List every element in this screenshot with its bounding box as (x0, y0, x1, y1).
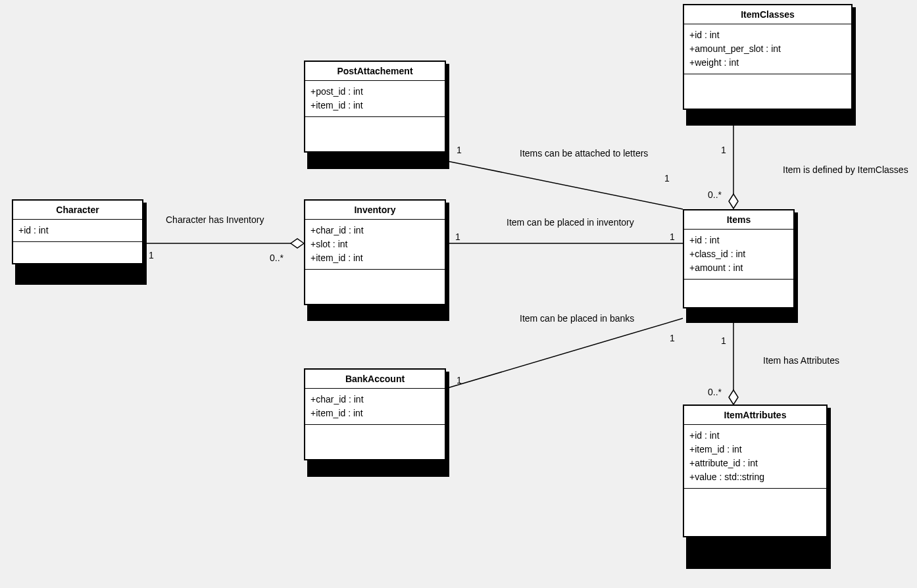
class-title: Items (684, 210, 793, 230)
class-title: Inventory (305, 201, 445, 220)
attr: +id : int (689, 233, 788, 247)
multiplicity: 1 (457, 375, 462, 385)
attr: +item_id : int (310, 99, 439, 112)
class-ops (684, 280, 793, 307)
relation-label: Item has Attributes (763, 355, 839, 366)
class-title: ItemAttributes (684, 406, 826, 425)
multiplicity: 1 (457, 145, 462, 155)
class-attrs: +char_id : int +slot : int +item_id : in… (305, 220, 445, 270)
attr: +slot : int (310, 237, 439, 251)
class-attrs: +id : int +amount_per_slot : int +weight… (684, 24, 851, 74)
class-title: PostAttachement (305, 62, 445, 81)
relation-label: Item can be placed in inventory (507, 217, 634, 228)
attr: +amount : int (689, 261, 788, 275)
attr: +post_id : int (310, 85, 439, 99)
multiplicity: 1 (721, 335, 726, 346)
attr: +char_id : int (310, 393, 439, 406)
attr: +item_id : int (310, 406, 439, 420)
svg-marker-6 (729, 194, 738, 208)
attr: +id : int (18, 224, 137, 237)
svg-line-3 (447, 161, 683, 209)
class-ops (13, 242, 142, 263)
multiplicity: 1 (149, 250, 154, 260)
class-attrs: +post_id : int +item_id : int (305, 81, 445, 117)
class-attrs: +id : int (13, 220, 142, 242)
class-title: BankAccount (305, 370, 445, 389)
class-ops (684, 74, 851, 109)
class-title: ItemClasses (684, 5, 851, 24)
class-title: Character (13, 201, 142, 220)
attr: +value : std::string (689, 470, 821, 484)
class-ops (305, 425, 445, 459)
multiplicity: 1 (670, 232, 675, 242)
multiplicity: 1 (721, 145, 726, 155)
attr: +char_id : int (310, 224, 439, 237)
class-attrs: +id : int +class_id : int +amount : int (684, 230, 793, 280)
svg-line-4 (447, 318, 683, 388)
class-ops (684, 489, 826, 536)
class-ops (305, 117, 445, 151)
relation-label: Item can be placed in banks (520, 313, 634, 324)
multiplicity: 1 (455, 232, 460, 242)
attr: +item_id : int (689, 443, 821, 456)
multiplicity: 0..* (708, 189, 722, 200)
attr: +amount_per_slot : int (689, 42, 846, 56)
svg-marker-8 (729, 390, 738, 404)
attr: +id : int (689, 429, 821, 443)
relation-label: Character has Inventory (166, 214, 264, 225)
relation-label: Items can be attached to letters (520, 148, 648, 159)
svg-marker-1 (291, 239, 304, 248)
multiplicity: 0..* (708, 387, 722, 397)
class-ops (305, 270, 445, 304)
multiplicity: 0..* (270, 253, 284, 263)
attr: +class_id : int (689, 247, 788, 261)
attr: +id : int (689, 28, 846, 42)
multiplicity: 1 (670, 333, 675, 343)
class-attrs: +char_id : int +item_id : int (305, 389, 445, 425)
attr: +item_id : int (310, 251, 439, 265)
multiplicity: 1 (664, 173, 670, 184)
attr: +attribute_id : int (689, 456, 821, 470)
attr: +weight : int (689, 56, 846, 70)
relation-label: Item is defined by ItemClasses (783, 164, 908, 175)
class-attrs: +id : int +item_id : int +attribute_id :… (684, 425, 826, 489)
